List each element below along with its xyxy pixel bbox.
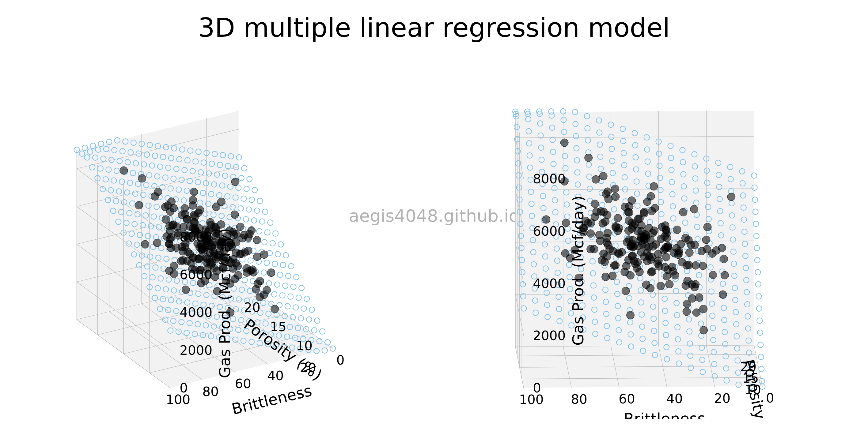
svg-point-430 [141, 240, 149, 248]
svg-point-1228 [691, 241, 699, 249]
svg-text:4000: 4000 [180, 305, 212, 320]
svg-point-1220 [649, 229, 657, 237]
svg-point-371 [262, 239, 267, 245]
svg-point-236 [242, 277, 248, 283]
svg-point-1248 [718, 244, 726, 252]
svg-point-1119 [691, 280, 699, 288]
svg-point-404 [254, 208, 260, 213]
svg-text:0: 0 [180, 380, 188, 396]
svg-point-1091 [610, 262, 618, 270]
svg-text:60: 60 [619, 392, 635, 406]
svg-point-849 [756, 306, 762, 311]
svg-point-556 [234, 262, 242, 270]
svg-point-397 [259, 219, 265, 224]
svg-point-497 [120, 167, 128, 174]
svg-text:80: 80 [203, 384, 219, 399]
svg-point-912 [755, 269, 761, 275]
svg-point-340 [291, 284, 296, 290]
svg-point-279 [285, 304, 290, 309]
svg-point-1250 [661, 222, 669, 230]
svg-point-1173 [691, 261, 700, 269]
svg-point-1069 [626, 311, 634, 319]
svg-point-354 [299, 285, 304, 291]
svg-point-807 [757, 330, 763, 335]
svg-text:80: 80 [571, 392, 587, 407]
svg-point-411 [262, 209, 268, 214]
svg-text:6000: 6000 [180, 267, 212, 282]
svg-point-1122 [586, 230, 594, 237]
svg-text:0: 0 [766, 391, 774, 406]
svg-text:8000: 8000 [533, 171, 566, 187]
svg-point-1086 [688, 295, 696, 302]
svg-text:2000: 2000 [533, 328, 566, 343]
svg-point-621 [236, 223, 244, 231]
svg-point-1266 [690, 205, 698, 213]
svg-point-1251 [611, 193, 619, 201]
svg-text:4000: 4000 [533, 276, 566, 291]
svg-point-282 [298, 316, 304, 321]
svg-text:0: 0 [533, 380, 541, 396]
svg-point-1264 [650, 183, 658, 190]
svg-point-405 [268, 220, 273, 225]
svg-point-292 [266, 281, 272, 286]
svg-point-1175 [709, 271, 717, 279]
svg-point-609 [217, 221, 225, 228]
svg-point-1093 [695, 294, 703, 301]
svg-point-433 [153, 239, 161, 247]
svg-point-415 [244, 186, 249, 192]
svg-point-765 [758, 354, 764, 360]
svg-point-297 [293, 305, 299, 310]
svg-point-1265 [599, 172, 607, 180]
svg-point-1130 [719, 291, 727, 298]
svg-point-1263 [647, 192, 655, 200]
svg-point-384 [283, 253, 289, 258]
svg-point-1212 [614, 214, 622, 222]
svg-point-276 [272, 291, 277, 297]
svg-point-1226 [681, 234, 689, 242]
axes3d-right: 10152002040608010002000400060008000Poros… [434, 43, 868, 419]
svg-point-327 [296, 295, 302, 301]
panel-left: 10152002040608010002000400060008000Poros… [0, 43, 434, 419]
svg-point-303 [319, 329, 325, 334]
svg-point-1216 [591, 200, 599, 208]
svg-point-427 [182, 286, 190, 294]
svg-point-564 [262, 286, 271, 294]
svg-point-1087 [657, 282, 664, 290]
svg-point-1073 [683, 308, 691, 316]
svg-point-285 [312, 328, 317, 333]
svg-point-1254 [627, 197, 636, 204]
svg-point-624 [217, 198, 225, 206]
svg-text:6000: 6000 [533, 224, 566, 239]
svg-point-529 [161, 203, 169, 211]
svg-point-1140 [668, 263, 676, 271]
svg-point-330 [309, 307, 315, 312]
svg-point-1257 [602, 190, 610, 198]
svg-point-627 [231, 178, 239, 186]
svg-point-305 [248, 258, 253, 263]
svg-point-473 [162, 216, 170, 224]
svg-point-563 [181, 204, 189, 212]
svg-point-1074 [601, 273, 610, 281]
svg-point-294 [280, 293, 285, 298]
svg-point-1129 [595, 231, 603, 239]
svg-point-1108 [633, 258, 641, 266]
svg-point-1230 [720, 255, 728, 263]
svg-point-1241 [673, 226, 681, 234]
svg-text:20: 20 [244, 300, 260, 315]
svg-point-618 [260, 251, 268, 259]
svg-point-1072 [622, 287, 630, 295]
svg-point-1105 [648, 268, 656, 275]
svg-point-891 [755, 281, 761, 287]
svg-point-378 [243, 217, 249, 222]
svg-point-416 [257, 198, 262, 204]
svg-point-1184 [721, 271, 728, 279]
svg-point-325 [282, 283, 288, 288]
svg-point-352 [285, 273, 291, 278]
svg-point-382 [270, 241, 275, 246]
svg-point-1077 [561, 250, 569, 258]
svg-point-403 [241, 196, 246, 201]
svg-text:20: 20 [714, 391, 730, 406]
svg-point-625 [248, 227, 255, 234]
svg-point-388 [251, 218, 257, 223]
svg-point-1261 [704, 223, 711, 231]
